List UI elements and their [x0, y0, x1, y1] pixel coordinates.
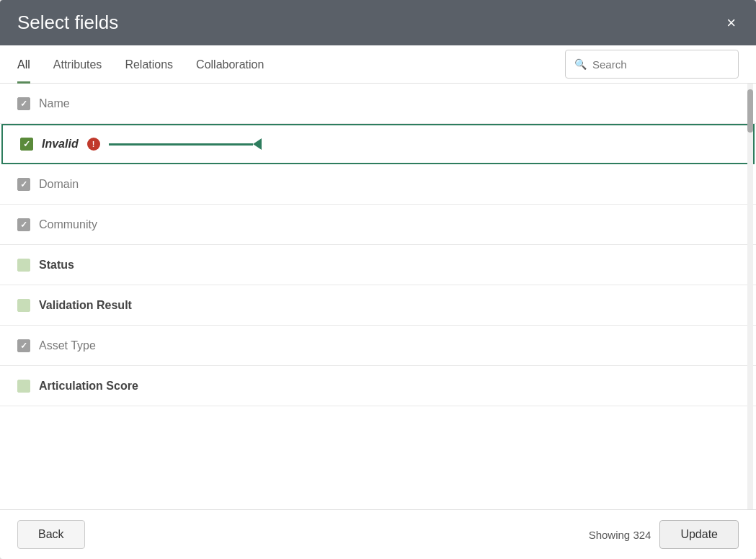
- field-row-status: Status: [0, 245, 756, 285]
- checkbox-articulation-score[interactable]: [17, 380, 30, 393]
- field-label-status: Status: [39, 259, 74, 272]
- dialog-title: Select fields: [17, 12, 118, 34]
- tab-all[interactable]: All: [17, 45, 30, 84]
- checkbox-community[interactable]: ✓: [17, 218, 30, 231]
- close-button[interactable]: ×: [724, 12, 739, 34]
- back-button[interactable]: Back: [17, 520, 85, 549]
- update-button[interactable]: Update: [659, 520, 739, 549]
- field-label-domain: Domain: [39, 178, 79, 191]
- dialog-footer: Back Showing 324 Update: [0, 509, 756, 559]
- dialog-header: Select fields ×: [0, 0, 756, 45]
- field-row-invalid: ✓ Invalid !: [1, 124, 755, 164]
- field-row-community: ✓ Community: [0, 205, 756, 245]
- fields-list: ✓ Name ✓ Invalid ! ✓ Domain ✓: [0, 84, 756, 509]
- field-label-invalid: Invalid: [42, 138, 79, 151]
- check-icon: ✓: [23, 140, 30, 148]
- tab-relations[interactable]: Relations: [125, 45, 173, 84]
- field-label-asset-type: Asset Type: [39, 339, 96, 352]
- showing-count: Showing 324: [589, 529, 652, 541]
- arrow-indicator: [109, 138, 736, 150]
- error-icon: !: [87, 138, 100, 151]
- search-icon: 🔍: [574, 58, 587, 70]
- field-row-domain: ✓ Domain: [0, 164, 756, 205]
- checkbox-asset-type[interactable]: ✓: [17, 339, 30, 352]
- field-row-validation-result: Validation Result: [0, 285, 756, 326]
- field-label-articulation-score: Articulation Score: [39, 380, 138, 393]
- checkbox-domain[interactable]: ✓: [17, 178, 30, 191]
- tab-collaboration[interactable]: Collaboration: [196, 45, 264, 84]
- field-label-validation-result: Validation Result: [39, 299, 132, 312]
- checkbox-invalid[interactable]: ✓: [20, 138, 33, 151]
- arrow-line: [109, 143, 253, 146]
- checkbox-name[interactable]: ✓: [17, 97, 30, 110]
- arrow-head: [253, 138, 262, 150]
- checkbox-validation-result[interactable]: [17, 299, 30, 312]
- check-icon: ✓: [20, 341, 27, 350]
- field-row-asset-type: ✓ Asset Type: [0, 326, 756, 366]
- select-fields-dialog: Select fields × All Attributes Relations…: [0, 0, 756, 559]
- search-input[interactable]: [592, 58, 729, 71]
- search-box: 🔍: [565, 50, 739, 79]
- scrollbar-thumb[interactable]: [747, 89, 753, 133]
- check-icon: ✓: [20, 99, 27, 108]
- check-icon: ✓: [20, 180, 27, 189]
- field-row-articulation-score: Articulation Score: [0, 366, 756, 406]
- tabs-bar: All Attributes Relations Collaboration 🔍: [0, 45, 756, 84]
- tab-attributes[interactable]: Attributes: [53, 45, 102, 84]
- field-label-community: Community: [39, 218, 97, 231]
- tabs-list: All Attributes Relations Collaboration: [17, 45, 565, 83]
- field-label-name: Name: [39, 97, 70, 110]
- checkbox-status[interactable]: [17, 259, 30, 272]
- field-row-name: ✓ Name: [0, 84, 756, 124]
- scrollbar-track[interactable]: [747, 84, 753, 509]
- check-icon: ✓: [20, 220, 27, 229]
